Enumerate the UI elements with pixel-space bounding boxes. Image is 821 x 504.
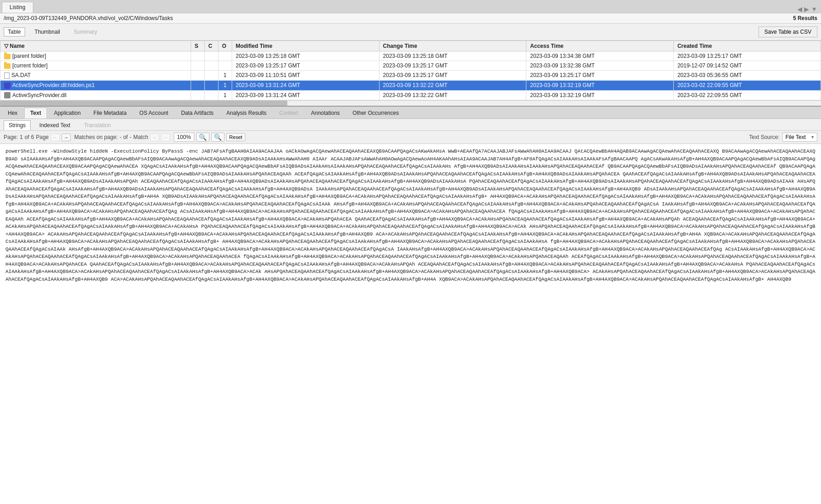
page-next-button[interactable]: → (62, 134, 71, 141)
bottom-tabs: HexTextApplicationFile MetadataOS Accoun… (0, 107, 821, 119)
file-icon (4, 72, 10, 79)
cell-access: 2023-03-09 13:32:19 GMT (526, 90, 674, 100)
cell-c (204, 90, 218, 100)
cell-change: 2023-03-09 13:25:17 GMT (379, 61, 526, 71)
folder-icon (4, 54, 10, 59)
text-content-area[interactable]: powerShell.exe -WindowStyle hiddeN -Exec… (0, 144, 821, 504)
col-header-name[interactable]: ▽ Name (0, 41, 191, 51)
bottom-tab-other-occurrences[interactable]: Other Occurrences (347, 108, 405, 118)
nav-back-icon[interactable]: ◀ (797, 5, 802, 13)
cell-modified: 2023-03-09 13:25:18 GMT (232, 51, 379, 61)
zoom-level: 100% (174, 133, 194, 142)
bottom-tab-annotations[interactable]: Annotations (305, 108, 346, 118)
cell-change: 2023-03-09 13:32:22 GMT (379, 90, 526, 100)
tab-bar: Listing ◀ ▶ ▼ (0, 0, 821, 13)
cell-access: 2023-03-09 13:25:17 GMT (526, 71, 674, 81)
bottom-tab-hex[interactable]: Hex (2, 108, 23, 118)
text-source-dropdown-wrapper: File Text (782, 133, 817, 142)
cell-o (218, 51, 232, 61)
page-total: 6 (31, 134, 34, 140)
page-label: Page: (4, 134, 18, 140)
cell-modified: 2023-03-09 11:10:51 GMT (232, 71, 379, 81)
dll-icon (4, 92, 10, 98)
cell-modified: 2023-03-09 13:31:24 GMT (232, 90, 379, 100)
path-bar: /img_2023-03-09T132449_PANDORA.vhd/vol_v… (0, 13, 821, 24)
table-row[interactable]: ActiveSyncProvider.dll:hidden.ps1 1 2023… (0, 80, 821, 90)
results-count: 5 Results (793, 15, 817, 21)
text-source-select[interactable]: File Text (782, 133, 817, 142)
bottom-tab-os-account[interactable]: OS Account (134, 108, 174, 118)
cell-name: [parent folder] (0, 51, 191, 61)
cell-o: 1 (218, 90, 232, 100)
zoom-out-button[interactable]: 🔍 (196, 133, 209, 142)
cell-created: 2023-03-02 22:09:55 GMT (674, 90, 821, 100)
matches-group: Matches on page: - of - Match ← → (74, 134, 170, 141)
zoom-group: 100% 🔍 🔍 Reset (174, 133, 245, 142)
cell-change: 2023-03-09 13:32:22 GMT (379, 80, 526, 90)
cell-access: 2023-03-09 13:32:38 GMT (526, 61, 674, 71)
matches-label: Matches on page: (74, 134, 118, 140)
folder-icon (4, 63, 10, 69)
col-header-o[interactable]: O (218, 41, 232, 51)
page-prev-button[interactable]: ← (51, 134, 60, 141)
page-group: Page: 1 of 6 Page ← → (4, 134, 71, 141)
bottom-tab-analysis-results[interactable]: Analysis Results (220, 108, 272, 118)
tab-table[interactable]: Table (4, 27, 25, 36)
matches-dash2: - (130, 134, 131, 140)
zoom-in-button[interactable]: 🔍 (211, 133, 224, 142)
cell-name: SA.DAT (0, 71, 191, 81)
match-next-button[interactable]: → (161, 134, 170, 141)
bottom-tab-context[interactable]: Context (273, 108, 304, 118)
cell-c (204, 51, 218, 61)
cell-created: 2019-12-07 09:14:52 GMT (674, 61, 821, 71)
nav-forward-icon[interactable]: ▶ (804, 5, 809, 13)
cell-modified: 2023-03-09 13:31:24 GMT (232, 80, 379, 90)
page-suffix: Page (36, 134, 49, 140)
horizontal-scrollbar[interactable] (0, 100, 821, 106)
table-row[interactable]: [parent folder] 2023-03-09 13:25:18 GMT … (0, 51, 821, 61)
cell-modified: 2023-03-09 13:25:17 GMT (232, 61, 379, 71)
cell-name: ActiveSyncProvider.dll (0, 90, 191, 100)
save-table-csv-button[interactable]: Save Table as CSV (759, 26, 817, 37)
table-row[interactable]: ActiveSyncProvider.dll 1 2023-03-09 13:3… (0, 90, 821, 100)
cell-s (191, 71, 204, 81)
app-container: Listing ◀ ▶ ▼ /img_2023-03-09T132449_PAN… (0, 0, 821, 504)
bottom-tab-text[interactable]: Text (24, 108, 47, 118)
match-prev-button[interactable]: ← (150, 134, 159, 141)
tab-summary[interactable]: Summary (70, 27, 101, 36)
col-header-modified[interactable]: Modified Time (232, 41, 379, 51)
col-header-access[interactable]: Access Time (526, 41, 674, 51)
sub-tab-translation[interactable]: Translation (79, 120, 116, 130)
cell-s (191, 90, 204, 100)
page-current: 1 (20, 134, 23, 140)
cell-o: 1 (218, 71, 232, 81)
listing-tab[interactable]: Listing (2, 2, 33, 13)
table-row[interactable]: SA.DAT 1 2023-03-09 11:10:51 GMT 2023-03… (0, 71, 821, 81)
cell-change: 2023-03-09 13:25:18 GMT (379, 51, 526, 61)
path-text: /img_2023-03-09T132449_PANDORA.vhd/vol_v… (4, 15, 173, 21)
col-header-change[interactable]: Change Time (379, 41, 526, 51)
bottom-tab-application[interactable]: Application (48, 108, 87, 118)
sub-tab-indexed-text[interactable]: Indexed Text (34, 120, 75, 130)
table-row[interactable]: [current folder] 2023-03-09 13:25:17 GMT… (0, 61, 821, 71)
col-header-created[interactable]: Created Time (674, 41, 821, 51)
page-of: of (25, 134, 29, 140)
sub-tab-strings[interactable]: Strings (4, 120, 31, 130)
ps1-icon (4, 82, 10, 89)
cell-o (218, 61, 232, 71)
nav-menu-icon[interactable]: ▼ (811, 5, 817, 13)
bottom-tab-file-metadata[interactable]: File Metadata (88, 108, 133, 118)
reset-button[interactable]: Reset (226, 133, 246, 141)
col-header-s[interactable]: S (191, 41, 204, 51)
cell-created: 2023-03-09 13:25:17 GMT (674, 51, 821, 61)
bottom-tab-data-artifacts[interactable]: Data Artifacts (175, 108, 219, 118)
text-source-label: Text Source: (749, 134, 779, 140)
cell-name: ActiveSyncProvider.dll:hidden.ps1 (0, 80, 191, 90)
save-btn-container: Save Table as CSV (759, 25, 817, 39)
content-toolbar: Page: 1 of 6 Page ← → Matches on page: -… (0, 131, 821, 144)
cell-o: 1 (218, 80, 232, 90)
cell-change: 2023-03-09 13:25:17 GMT (379, 71, 526, 81)
cell-access: 2023-03-09 13:32:19 GMT (526, 80, 674, 90)
tab-thumbnail[interactable]: Thumbnail (31, 27, 64, 36)
col-header-c[interactable]: C (204, 41, 218, 51)
